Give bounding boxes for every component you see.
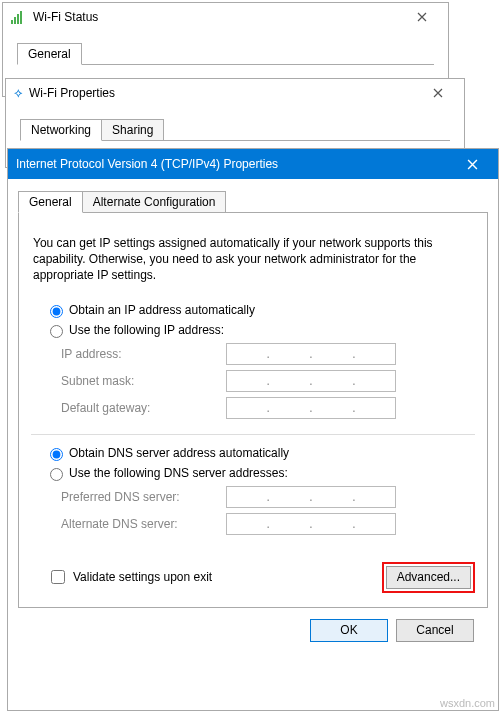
close-button[interactable] [418, 81, 458, 105]
body: General Alternate Configuration You can … [8, 179, 498, 642]
checkbox-validate[interactable] [51, 570, 65, 584]
window-title: Wi-Fi Properties [29, 86, 418, 100]
titlebar: Internet Protocol Version 4 (TCP/IPv4) P… [8, 149, 498, 179]
cancel-button[interactable]: Cancel [396, 619, 474, 642]
window-title: Wi-Fi Status [33, 10, 402, 24]
radio-label: Obtain an IP address automatically [69, 303, 255, 317]
tab-general[interactable]: General [17, 43, 82, 65]
window-title: Internet Protocol Version 4 (TCP/IPv4) P… [16, 157, 452, 171]
input-ip-address: ... [226, 343, 396, 365]
dns-group: Obtain DNS server address automatically … [31, 441, 475, 550]
input-preferred-dns: ... [226, 486, 396, 508]
input-gateway: ... [226, 397, 396, 419]
titlebar: Wi-Fi Status [3, 3, 448, 31]
radio-label: Use the following DNS server addresses: [69, 466, 288, 480]
tab-sharing[interactable]: Sharing [101, 119, 164, 141]
body: General [3, 31, 448, 73]
ok-button[interactable]: OK [310, 619, 388, 642]
radio-dns-manual[interactable] [50, 468, 63, 481]
label-subnet: Subnet mask: [61, 374, 226, 388]
radio-label: Obtain DNS server address automatically [69, 446, 289, 460]
tab-networking[interactable]: Networking [20, 119, 102, 141]
titlebar: ⟡ Wi-Fi Properties [6, 79, 464, 107]
tab-alternate-config[interactable]: Alternate Configuration [82, 191, 227, 213]
label-preferred-dns: Preferred DNS server: [61, 490, 226, 504]
input-subnet: ... [226, 370, 396, 392]
wifi-signal-icon [11, 10, 27, 24]
radio-ip-auto[interactable] [50, 305, 63, 318]
body: Networking Sharing [6, 107, 464, 149]
label-gateway: Default gateway: [61, 401, 226, 415]
ipv4-properties-window: Internet Protocol Version 4 (TCP/IPv4) P… [7, 148, 499, 711]
radio-ip-manual[interactable] [50, 325, 63, 338]
close-button[interactable] [402, 5, 442, 29]
advanced-button[interactable]: Advanced... [386, 566, 471, 589]
adapter-icon: ⟡ [14, 85, 23, 101]
label-alternate-dns: Alternate DNS server: [61, 517, 226, 531]
input-alternate-dns: ... [226, 513, 396, 535]
label-validate: Validate settings upon exit [73, 570, 212, 584]
ip-group: Obtain an IP address automatically Use t… [31, 298, 475, 435]
tab-general[interactable]: General [18, 191, 83, 213]
radio-dns-auto[interactable] [50, 448, 63, 461]
label-ip-address: IP address: [61, 347, 226, 361]
watermark: wsxdn.com [440, 697, 495, 709]
radio-label: Use the following IP address: [69, 323, 224, 337]
close-button[interactable] [452, 152, 492, 176]
advanced-highlight: Advanced... [382, 562, 475, 593]
info-text: You can get IP settings assigned automat… [33, 235, 473, 284]
